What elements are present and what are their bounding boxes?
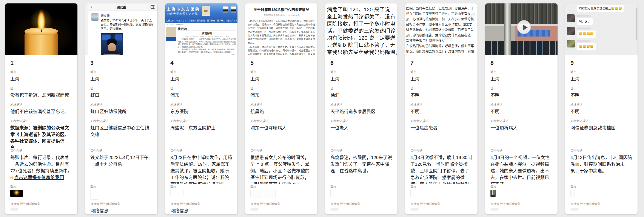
record-card-9[interactable]: 只有其女儿眼见其病逝… 啊，这。 9 城市 上海 区 — [565, 3, 638, 214]
field-label-district: 区 — [490, 86, 552, 90]
record-card-3[interactable]: ‹ 朋友圈 钱文雄 钱文雄于2022年4月12日下午一点十九分去世。疫情期间一切… — [85, 3, 158, 214]
field-label-images: 图片 — [170, 184, 232, 188]
screenshot-text-line: 均有阳闭环，120 说一定要送 — [327, 34, 397, 41]
record-attachment-wechat-moments[interactable]: ‹ 朋友圈 钱文雄 钱文雄于2022年4月12日下午一点十九分去世。疫情期间一切… — [85, 3, 158, 55]
praying-hands-emoji — [618, 7, 622, 10]
field-label-images: 图片 — [490, 184, 552, 188]
website-screenshot-thumbnail[interactable] — [170, 190, 184, 196]
record-card-6[interactable]: 病危了叫 120，120 来了说 全上海发热门诊都关了，没有 医院接收，打了一个… — [325, 3, 398, 214]
post-photo-man-portrait — [101, 33, 123, 55]
praying-hands-emoji — [615, 7, 618, 10]
direct-value: 网络信息 — [90, 207, 152, 214]
field-label-address: 地址描述 — [410, 102, 472, 107]
text-screenshot-thumbnail[interactable] — [410, 190, 414, 197]
empty-value-pill — [10, 208, 18, 211]
chat-bubble: 只有其女儿眼见其病逝… — [577, 5, 624, 12]
field-label-direct: 直接信息还是间接信息 — [570, 202, 632, 206]
record-number: 4 — [170, 60, 232, 67]
record-attachment-investigation-document[interactable]: 关于对浦东120急救中心的调查情况 【信息来源：】【信息时间：2022-03-3… — [245, 3, 318, 55]
record-card-7[interactable]: 医院。当时有些低烧，但是发热门诊在消杀，于 是在门口的黑夜里等待了很久。可是由于… — [405, 3, 478, 214]
candle-body — [24, 32, 58, 55]
field-label-direct: 直接信息还是间接信息 — [490, 202, 552, 206]
record-attachment-candle-photo[interactable] — [5, 3, 78, 55]
document-title: 关于对浦东120急救中心的调查情况 — [248, 7, 315, 12]
screenshot-text-line: 全上海发热门诊都关了，没有 — [327, 13, 397, 20]
field-label-images: 图片 — [330, 184, 392, 188]
address-value: 东方医院 — [170, 108, 232, 115]
record-number: 5 — [250, 60, 312, 67]
announcement-meta: 作者：东方医院党办 发表于：2022/3/25 2:46:48 有三百人阅读 — [178, 35, 236, 38]
record-number: 9 — [570, 60, 632, 67]
hospital-site-header: 上海市东方医院 同济大学附属东方医院 100 — [165, 3, 238, 18]
record-card-4[interactable]: 上海市东方医院 同济大学附属东方医院 100 名医名家｜科室介绍｜党建园地｜医政… — [165, 3, 238, 214]
deceased-value: 一位癌症患者 — [410, 124, 472, 131]
avatar — [567, 14, 575, 22]
city-value: 上海 — [170, 75, 232, 82]
qr-code-icon — [223, 5, 228, 11]
screenshot-text-line: 热，必须进行核酸检测，前一天在小区里做的核 — [406, 16, 477, 22]
district-value: 浦东 — [170, 92, 232, 98]
chat-screenshot-thumbnail[interactable] — [570, 190, 575, 197]
announcement-title: 情况说明 — [178, 31, 236, 35]
submit-info-link[interactable]: 点击这里提交信息给我们 — [10, 175, 64, 180]
event-text: 每张卡片、每行记录，代表着一条逝去的鲜活生命。目前有73+位死者！数据持续更新中… — [10, 155, 72, 173]
empty-value-pill — [490, 208, 498, 211]
record-attachment-video-thumbnail[interactable] — [485, 3, 558, 55]
qr-caption — [230, 11, 236, 12]
address-value: 不明 — [570, 108, 632, 115]
district-value: 浦东 — [250, 92, 312, 98]
document-thumbnail[interactable] — [265, 190, 276, 198]
field-label-city: 城市 — [250, 70, 312, 74]
sidebar-block — [166, 27, 176, 36]
field-label-direct: 直接信息还是间接信息 — [330, 202, 392, 206]
scrollbar[interactable] — [636, 8, 637, 40]
document-thumbnail[interactable] — [250, 190, 263, 198]
field-label-address: 地址描述 — [570, 102, 632, 107]
qr-code-icon — [230, 5, 236, 11]
chat-bubble: 啊，这。 — [577, 18, 592, 25]
field-label-city: 城市 — [490, 70, 552, 74]
city-value: 上海 — [410, 75, 472, 82]
screenshot-text-line: 是在门口的黑夜里等待了很久。可是由于有发 — [406, 11, 477, 16]
praying-hands-emoji — [583, 45, 586, 48]
face — [108, 43, 116, 52]
back-icon: ‹ — [91, 4, 92, 9]
record-attachment-weibo-screenshot[interactable]: 医院。当时有些低烧，但是发热门诊在消杀，于 是在门口的黑夜里等待了很久。可是由于… — [405, 3, 478, 55]
address-value: 天平路街道永康居民区 — [330, 108, 392, 115]
document-paragraph: …路376弄小区120急救医生未向求救患者施救的情况，我委立即连夜启动调查。情况… — [248, 19, 315, 45]
district-value: 不明 — [570, 92, 632, 98]
field-label-city: 城市 — [410, 70, 472, 74]
record-attachment-hospital-website[interactable]: 上海市东方医院 同济大学附属东方医院 100 名医名家｜科室介绍｜党建园地｜医政… — [165, 3, 238, 55]
screenshot-text-line: 奈我只能先买药给我妈妈降温， — [327, 48, 397, 55]
record-attachment-text-screenshot[interactable]: 病危了叫 120，120 来了说 全上海发热门诊都关了，没有 医院接收，打了一个… — [325, 3, 398, 55]
city-value: 上海 — [490, 75, 552, 82]
candle-photo-thumbnail[interactable] — [10, 190, 23, 197]
avatar — [91, 13, 98, 21]
district-value: 虹口 — [90, 92, 152, 98]
address-value: 他们不应该被漠视甚至忘记。 — [10, 108, 72, 115]
record-card-5[interactable]: 关于对浦东120急救中心的调查情况 【信息来源：】【信息时间：2022-03-3… — [245, 3, 318, 214]
field-label-district: 区 — [570, 86, 632, 90]
record-card-8[interactable]: 8 城市 上海 区 不明 地址描述 不明 死者大体描述 一位透析病人 事件介绍 … — [485, 3, 558, 214]
empty-value-pill — [570, 208, 578, 211]
field-label-district: 区 — [330, 86, 392, 90]
praying-hands-emoji — [590, 32, 593, 35]
record-card-1[interactable]: 1 城市 上海 区 没有死于新冠，却因新冠而死 地址描述 他们不应该被漠视甚至忘… — [5, 3, 78, 214]
document-meta: 【信息来源：】【信息时间：2022-03-31】 — [248, 13, 315, 16]
record-number: 6 — [330, 60, 392, 67]
wechat-post-thumbnail[interactable] — [90, 190, 99, 200]
field-label-event: 事件介绍 — [250, 148, 312, 153]
deceased-value: 一位老人 — [330, 124, 392, 131]
record-attachment-chat-screenshot[interactable]: 只有其女儿眼见其病逝… 啊，这。 — [565, 3, 638, 55]
stadium-screen — [115, 34, 122, 41]
screenshot-text-line: 话，卫健委说的三家发热门诊 — [327, 27, 397, 34]
city-value: 上海 — [90, 75, 152, 82]
field-label-deceased: 死者大体描述 — [90, 119, 152, 123]
deceased-value: 虹口区卫健委信息中心主任钱文雄 — [90, 124, 152, 138]
building-video-thumbnail[interactable] — [490, 190, 496, 197]
text-screenshot-thumbnail[interactable] — [330, 190, 334, 197]
announcement-paragraph: 周盛妮为我院护士，一直在院内从事护理相关工作。3月23日在家中哮喘发作，用药后无… — [178, 38, 236, 48]
empty-value-pill — [410, 208, 418, 211]
district-value: 不明 — [490, 92, 552, 98]
play-icon[interactable] — [517, 20, 531, 34]
